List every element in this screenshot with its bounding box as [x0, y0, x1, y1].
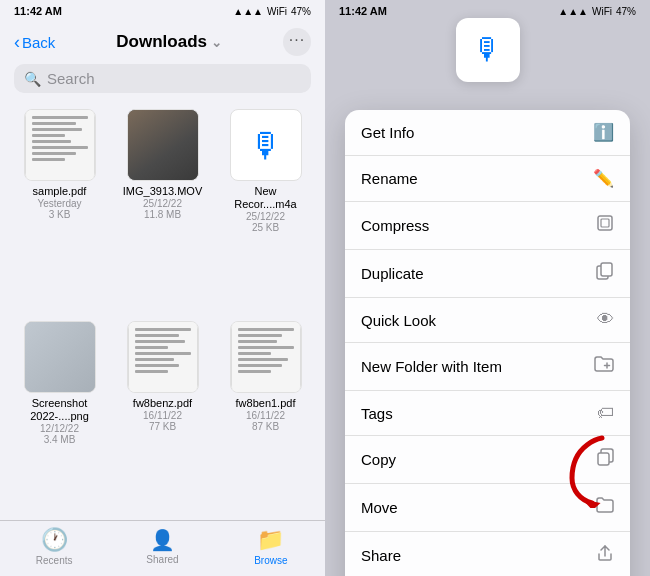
- menu-item-compress[interactable]: Compress: [345, 202, 630, 250]
- file-thumbnail: [24, 321, 96, 393]
- files-grid: sample.pdf Yesterday 3 KB IMG_3913.MOV 2…: [0, 101, 325, 520]
- file-date: 16/11/22: [143, 410, 182, 421]
- file-thumbnail: [127, 109, 199, 181]
- file-name: fw8ben1.pdf: [236, 397, 296, 410]
- tag-icon: 🏷: [597, 403, 614, 423]
- list-item[interactable]: fw8ben1.pdf 16/11/22 87 KB: [216, 313, 315, 521]
- file-date: Yesterday: [37, 198, 81, 209]
- shared-icon: 👤: [150, 528, 175, 552]
- file-name: New Recor....m4a: [226, 185, 306, 211]
- arrow-indicator: [562, 428, 622, 508]
- back-label: Back: [22, 34, 55, 51]
- file-thumbnail: 🎙: [230, 109, 302, 181]
- browse-icon: 📁: [257, 527, 284, 553]
- share-icon: [596, 544, 614, 567]
- nav-title-text: Downloads: [116, 32, 207, 52]
- tab-shared[interactable]: 👤 Shared: [132, 528, 192, 565]
- file-size: 25 KB: [252, 222, 279, 233]
- tab-bar: 🕐 Recents 👤 Shared 📁 Browse: [0, 520, 325, 576]
- menu-item-get-info[interactable]: Get Info ℹ️: [345, 110, 630, 156]
- file-thumbnail: [24, 109, 96, 181]
- list-item[interactable]: Screenshot 2022-....png 12/12/22 3.4 MB: [10, 313, 109, 521]
- audio-wave-icon: 🎙: [249, 126, 283, 165]
- list-item[interactable]: IMG_3913.MOV 25/12/22 11.8 MB: [113, 101, 212, 309]
- info-icon: ℹ️: [593, 122, 614, 143]
- compress-icon: [596, 214, 614, 237]
- signal-icon: ▲▲▲: [233, 6, 263, 17]
- search-icon: 🔍: [24, 71, 41, 87]
- menu-item-label: Rename: [361, 170, 418, 187]
- file-name: sample.pdf: [33, 185, 87, 198]
- svg-rect-1: [601, 219, 609, 227]
- file-size: 77 KB: [149, 421, 176, 432]
- nav-title: Downloads ⌄: [116, 32, 222, 52]
- list-item[interactable]: 🎙 New Recor....m4a 25/12/22 25 KB: [216, 101, 315, 309]
- tab-recents-label: Recents: [36, 555, 73, 566]
- status-bar-left: 11:42 AM ▲▲▲ WiFi 47%: [0, 0, 325, 22]
- menu-item-new-folder[interactable]: New Folder with Item: [345, 343, 630, 391]
- menu-item-label: New Folder with Item: [361, 358, 502, 375]
- file-size: 3 KB: [49, 209, 71, 220]
- menu-item-label: Get Info: [361, 124, 414, 141]
- file-name: fw8benz.pdf: [133, 397, 192, 410]
- file-thumbnail: [127, 321, 199, 393]
- wifi-icon: WiFi: [267, 6, 287, 17]
- svg-rect-3: [601, 263, 612, 276]
- file-size: 11.8 MB: [144, 209, 181, 220]
- title-chevron-icon: ⌄: [211, 35, 222, 50]
- file-size: 3.4 MB: [44, 434, 76, 445]
- recents-icon: 🕐: [41, 527, 68, 553]
- file-date: 12/12/22: [40, 423, 79, 434]
- status-icons-right: ▲▲▲ WiFi 47%: [558, 6, 636, 17]
- file-name: Screenshot 2022-....png: [20, 397, 100, 423]
- eye-icon: 👁: [597, 310, 614, 330]
- search-bar[interactable]: 🔍 Search: [14, 64, 311, 93]
- left-panel: 11:42 AM ▲▲▲ WiFi 47% ‹ Back Downloads ⌄…: [0, 0, 325, 576]
- tab-browse-label: Browse: [254, 555, 287, 566]
- menu-item-rename[interactable]: Rename ✏️: [345, 156, 630, 202]
- folder-plus-icon: [594, 355, 614, 378]
- menu-item-label: Share: [361, 547, 401, 564]
- menu-item-label: Quick Look: [361, 312, 436, 329]
- battery-left: 47%: [291, 6, 311, 17]
- list-item[interactable]: sample.pdf Yesterday 3 KB: [10, 101, 109, 309]
- menu-item-duplicate[interactable]: Duplicate: [345, 250, 630, 298]
- file-date: 25/12/22: [143, 198, 182, 209]
- list-item[interactable]: fw8benz.pdf 16/11/22 77 KB: [113, 313, 212, 521]
- nav-bar: ‹ Back Downloads ⌄ ···: [0, 22, 325, 62]
- preview-audio-icon: 🎙: [473, 33, 503, 67]
- file-date: 25/12/22: [246, 211, 285, 222]
- search-placeholder: Search: [47, 70, 95, 87]
- menu-item-label: Copy: [361, 451, 396, 468]
- tab-browse[interactable]: 📁 Browse: [241, 527, 301, 566]
- menu-item-label: Move: [361, 499, 398, 516]
- menu-item-label: Compress: [361, 217, 429, 234]
- status-icons-left: ▲▲▲ WiFi 47%: [233, 6, 311, 17]
- status-time-left: 11:42 AM: [14, 5, 62, 17]
- duplicate-icon: [596, 262, 614, 285]
- status-time-right: 11:42 AM: [339, 5, 387, 17]
- svg-rect-0: [598, 216, 612, 230]
- signal-icon-right: ▲▲▲: [558, 6, 588, 17]
- wifi-icon-right: WiFi: [592, 6, 612, 17]
- pencil-icon: ✏️: [593, 168, 614, 189]
- battery-right: 47%: [616, 6, 636, 17]
- file-name: IMG_3913.MOV: [123, 185, 202, 198]
- more-button[interactable]: ···: [283, 28, 311, 56]
- file-date: 16/11/22: [246, 410, 285, 421]
- menu-item-label: Duplicate: [361, 265, 424, 282]
- more-icon: ···: [289, 31, 305, 49]
- tab-shared-label: Shared: [146, 554, 178, 565]
- menu-item-quick-look[interactable]: Quick Look 👁: [345, 298, 630, 343]
- preview-icon-container: 🎙: [456, 18, 520, 82]
- right-panel: 11:42 AM ▲▲▲ WiFi 47% 🎙 Get Info ℹ️ Rena…: [325, 0, 650, 576]
- menu-item-share[interactable]: Share: [345, 532, 630, 576]
- back-button[interactable]: ‹ Back: [14, 33, 55, 51]
- file-size: 87 KB: [252, 421, 279, 432]
- file-preview-floating: 🎙: [452, 18, 524, 98]
- back-chevron-icon: ‹: [14, 33, 20, 51]
- tab-recents[interactable]: 🕐 Recents: [24, 527, 84, 566]
- file-thumbnail: [230, 321, 302, 393]
- menu-item-label: Tags: [361, 405, 393, 422]
